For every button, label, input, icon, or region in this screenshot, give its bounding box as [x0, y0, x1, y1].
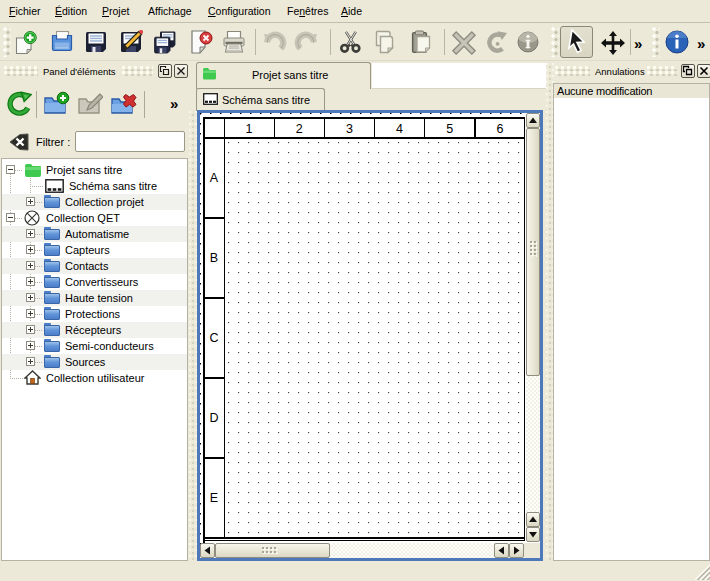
svg-text:A: A — [210, 171, 219, 185]
svg-text:D: D — [209, 411, 218, 425]
svg-text:3: 3 — [346, 122, 353, 136]
svg-text:C: C — [209, 331, 218, 345]
svg-text:4: 4 — [396, 122, 403, 136]
svg-text:B: B — [210, 251, 218, 265]
svg-text:6: 6 — [496, 122, 503, 136]
svg-text:E: E — [210, 491, 218, 505]
svg-text:1: 1 — [246, 122, 253, 136]
svg-text:5: 5 — [446, 122, 453, 136]
svg-text:2: 2 — [296, 122, 303, 136]
